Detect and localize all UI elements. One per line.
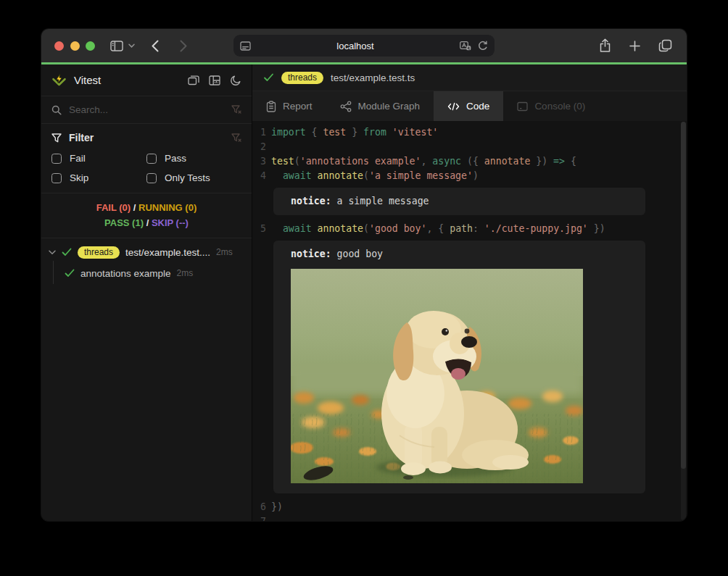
checkbox-icon[interactable] (51, 173, 62, 183)
code-text: test('annotations example', async ({ ann… (271, 154, 576, 169)
checkbox-icon[interactable] (51, 154, 62, 164)
separator: / (146, 217, 149, 228)
search-bar[interactable]: Search... (41, 96, 252, 124)
code-token: } (346, 127, 363, 138)
chevron-down-icon[interactable] (49, 250, 56, 255)
duration-badge: 2ms (216, 247, 233, 257)
code-editor[interactable]: 1import { test } from 'vitest'23test('an… (252, 121, 687, 521)
pool-badge: threads (78, 246, 120, 259)
editor-scrollbar[interactable] (681, 122, 686, 520)
pass-check-icon (263, 73, 274, 82)
annotation-notice-with-image: notice: good boy (273, 241, 645, 493)
line-number: 7 (252, 514, 271, 521)
checkbox-label: Pass (165, 153, 186, 164)
code-token: ({ (461, 156, 484, 167)
separator: / (133, 202, 136, 213)
translate-icon[interactable] (460, 41, 471, 51)
code-token: test (271, 156, 294, 167)
back-button[interactable] (152, 40, 159, 52)
traffic-lights (54, 41, 95, 51)
app-title: Vitest (74, 74, 101, 86)
code-token: ( (363, 170, 369, 181)
checkbox-icon[interactable] (146, 173, 157, 183)
page-settings-icon[interactable] (240, 41, 251, 51)
filter-checkbox-skip[interactable]: Skip (51, 172, 146, 183)
test-summary: FAIL (0) / RUNNING (0) PASS (1) / SKIP (… (41, 193, 252, 238)
file-header: threads test/example.test.ts (252, 64, 687, 91)
filter-checkbox-fail[interactable]: Fail (51, 153, 146, 164)
pass-count: PASS (1) (104, 217, 144, 228)
chevron-down-icon[interactable] (128, 43, 135, 48)
code-token: './cute-puppy.jpg' (484, 223, 588, 234)
code-token: import (271, 127, 306, 138)
url-text[interactable]: localhost (251, 41, 460, 51)
code-token: 'vitest' (392, 127, 439, 138)
coverage-report-icon[interactable] (209, 75, 220, 85)
code-token (312, 170, 318, 181)
code-brackets-icon (447, 101, 460, 112)
close-window-button[interactable] (54, 41, 64, 51)
code-text: await annotate('a simple message') (271, 169, 479, 183)
skip-count: SKIP (--) (152, 217, 189, 228)
notice-message-text: a simple message (337, 196, 429, 206)
tab-label: Report (283, 101, 313, 112)
forward-button[interactable] (180, 40, 187, 52)
checkbox-label: Only Tests (165, 172, 210, 183)
code-token (386, 127, 392, 138)
checkbox-label: Skip (70, 172, 88, 183)
search-icon (51, 105, 62, 115)
tree-file-label: test/example.test.... (125, 247, 210, 258)
tab-module-graph[interactable]: Module Graph (326, 91, 434, 121)
address-bar[interactable]: localhost (233, 35, 495, 57)
tab-overview-icon[interactable] (658, 39, 672, 52)
filter-title: Filter (69, 132, 224, 143)
reload-icon[interactable] (478, 41, 488, 51)
scrollbar-thumb[interactable] (681, 122, 686, 469)
sidebar-toggle-icon[interactable] (110, 41, 123, 51)
share-icon[interactable] (599, 38, 611, 53)
fail-count: FAIL (0) (96, 202, 131, 213)
code-token: }) (530, 156, 553, 167)
code-text: import { test } from 'vitest' (271, 125, 438, 140)
browser-window: localhost (41, 29, 687, 521)
duration-badge: 2ms (177, 268, 194, 278)
tree-item-file[interactable]: threads test/example.test.... 2ms (41, 242, 252, 262)
tree-item-test[interactable]: annotations example 2ms (41, 262, 252, 284)
filter-checkbox-only-tests[interactable]: Only Tests (146, 172, 241, 183)
module-graph-icon (340, 101, 352, 112)
tree-test-label: annotations example (80, 268, 171, 279)
new-tab-icon[interactable] (629, 41, 640, 51)
zoom-window-button[interactable] (86, 41, 95, 51)
vitest-sidebar: Vitest (41, 64, 252, 521)
code-token: 'good boy' (369, 223, 426, 234)
code-token: , (421, 156, 432, 167)
code-line: 7 (252, 514, 687, 521)
code-line: 5 await annotate('good boy', { path: './… (252, 222, 687, 236)
code-line: 4 await annotate('a simple message') (252, 169, 687, 183)
tab-code[interactable]: Code (434, 91, 503, 121)
code-token: await (283, 170, 312, 181)
tab-report[interactable]: Report (252, 91, 326, 121)
tab-console[interactable]: Console (0) (503, 91, 599, 121)
pass-check-icon (62, 248, 72, 256)
clear-filters-icon[interactable] (231, 133, 241, 143)
filter-checkbox-pass[interactable]: Pass (146, 153, 241, 164)
console-icon (517, 101, 528, 112)
search-input[interactable]: Search... (69, 104, 224, 115)
annotation-notice: notice: a simple message (273, 188, 645, 215)
sidebar-header: Vitest (41, 64, 252, 96)
notice-label: notice: (291, 249, 331, 259)
notice-message-text: good boy (337, 249, 384, 259)
code-token: ( (363, 223, 369, 234)
dashboard-panels-icon[interactable] (188, 75, 199, 85)
line-number: 5 (252, 222, 271, 236)
clear-search-filter-icon[interactable] (231, 105, 241, 114)
checkbox-icon[interactable] (146, 154, 157, 164)
code-segment: 6})7 (252, 500, 687, 521)
dark-mode-moon-icon[interactable] (230, 75, 241, 86)
puppy-photo (291, 269, 583, 483)
tab-label: Console (0) (534, 101, 585, 112)
minimize-window-button[interactable] (70, 41, 80, 51)
main-panel: threads test/example.test.ts Report (252, 64, 687, 521)
code-token: => (553, 156, 565, 167)
